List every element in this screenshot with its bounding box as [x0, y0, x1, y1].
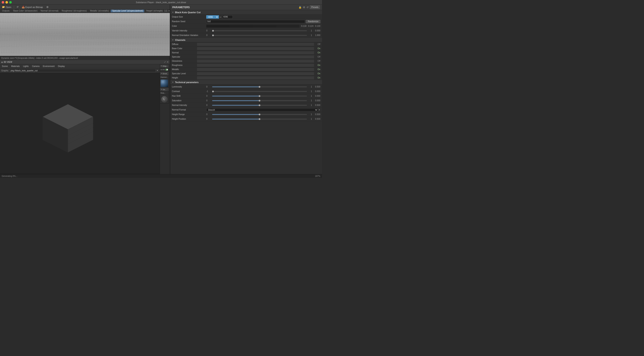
export-button[interactable]: 📤 Export as Bitmap — [21, 5, 44, 8]
graph-dropdown-icon[interactable]: ▼ — [156, 69, 158, 72]
varnish-label: Varnish Intensity — [172, 29, 206, 32]
menu-display[interactable]: Display — [57, 65, 66, 68]
channel-specularlevel-label: Specular Level — [172, 72, 197, 75]
channel-roughness: Roughness On — [170, 63, 322, 67]
status-text: Dynamic size>*0 [Grayscale-16bits] - ind… — [1, 57, 78, 59]
channel-glossiness-bar[interactable] — [197, 60, 314, 63]
height-range-slider[interactable] — [212, 114, 307, 115]
collapse-do-icon[interactable]: ▼ — [160, 89, 162, 90]
tab-roughness[interactable]: 'Roughness' (id:roughness) — [60, 9, 88, 12]
toggle-thumb — [166, 69, 168, 70]
view-2d-canvas[interactable] — [0, 13, 170, 56]
tab-specularlevel[interactable]: 'Specular Level' (id:specularlevel) — [111, 9, 144, 12]
tab-normal[interactable]: 'Normal' (id:normal) — [39, 9, 60, 12]
height-position-value-area: 0 1 0.500 — [206, 118, 320, 120]
tech-params-title: Technical parameters — [175, 81, 198, 83]
normal-intensity-slider[interactable] — [212, 105, 307, 106]
channel-metallic: Metallic On — [170, 67, 322, 72]
normal-intensity-val: 0 — [206, 104, 211, 106]
height-range-label: Height Range — [172, 113, 206, 116]
normal-orient-val1: 0 — [206, 34, 211, 36]
menu-materials[interactable]: Materials — [10, 65, 20, 68]
channel-metallic-status: On — [314, 68, 320, 71]
varnish-slider[interactable] — [212, 30, 307, 31]
refresh-icon[interactable]: ↺ — [306, 6, 308, 9]
color-swatch-1[interactable] — [206, 25, 230, 28]
refresh-toolbar-button[interactable]: ↺ — [16, 5, 19, 8]
is-visible-toggle[interactable] — [165, 69, 168, 71]
color-swatch-group[interactable] — [206, 25, 300, 28]
channel-specular-bar[interactable] — [197, 55, 314, 58]
normal-orient-slider1[interactable] — [212, 35, 307, 36]
settings-toolbar-button[interactable]: ⚙ — [46, 5, 50, 9]
panel-header-icons: 🔒 ⚙ ↺ Presets — [298, 5, 320, 9]
format-select-arrow-icon: ▼ — [318, 109, 320, 111]
tech-params-section-title: ▼ Technical parameters — [170, 80, 322, 85]
menu-lights[interactable]: Lights — [22, 65, 29, 68]
height-position-slider[interactable] — [212, 119, 307, 120]
menu-camera[interactable]: Camera — [32, 65, 40, 68]
tab-height[interactable]: 'Height' (id:height) — [145, 9, 164, 12]
collapse-display-icon[interactable]: ▼ — [160, 65, 162, 67]
menu-environment[interactable]: Environment — [42, 65, 55, 68]
export-icon: 📤 — [22, 6, 25, 8]
settings-icon[interactable]: ⚙ — [303, 6, 305, 9]
output-size-select[interactable]: 4096 2048 1024 512 256 — [206, 15, 219, 19]
normal-format-select[interactable]: DirectX OpenGL — [206, 108, 318, 112]
saturation-slider[interactable] — [212, 100, 307, 101]
channel-diffuse-status: Off — [314, 43, 320, 45]
view-3d-icon: ◼ — [1, 61, 3, 63]
open-button[interactable]: 📂 Open — [1, 5, 12, 8]
section-name-title: ▼ Black Koto Quarter Cut — [170, 10, 322, 15]
collapse-tech-icon[interactable]: ▼ — [172, 81, 174, 83]
output-size-linked-input[interactable] — [222, 15, 233, 19]
collapse-channels-icon[interactable]: ▼ — [172, 39, 174, 41]
rotation-dial[interactable] — [161, 96, 168, 102]
luminosity-val: 0 — [206, 86, 211, 88]
maximize-button[interactable] — [9, 1, 12, 3]
close-button[interactable] — [2, 1, 4, 3]
channel-diffuse-bar[interactable] — [197, 43, 314, 46]
zoom-right-value: 187% — [315, 175, 320, 177]
collapse-environ-icon2[interactable]: ▼ — [160, 73, 162, 74]
channel-normal-bar[interactable] — [197, 51, 314, 54]
close-3d-icon[interactable]: ✕ — [167, 61, 168, 63]
color-swatch-2[interactable] — [230, 25, 253, 28]
channel-metallic-bar[interactable] — [197, 68, 314, 71]
channel-roughness-bar[interactable] — [197, 64, 314, 67]
channel-height: Height On — [170, 76, 322, 80]
graph-input[interactable] — [10, 69, 156, 72]
channel-specularlevel-status: On — [314, 72, 320, 75]
minimize-button[interactable] — [6, 1, 8, 3]
color-swatch-3[interactable] — [253, 25, 276, 28]
cube-render — [36, 92, 99, 155]
zoom-dropdown-icon[interactable]: ▼ — [168, 10, 170, 12]
expand-3d-icon[interactable]: ⤢ — [164, 61, 166, 63]
hue-shift-val: 0 — [206, 95, 211, 97]
contrast-slider[interactable] — [212, 91, 307, 92]
main-toolbar: 📂 Open ↺ 📤 Export as Bitmap ⚙ — [0, 4, 170, 10]
collapse-section-icon[interactable]: ▼ — [172, 11, 174, 13]
luminosity-end: 0.500 — [313, 86, 320, 88]
tab-basecolor[interactable]: 'Base Color' (id:basecolor) — [12, 9, 39, 12]
view-3d-canvas[interactable] — [0, 73, 170, 174]
height-position-label: Height Position — [172, 118, 206, 120]
presets-button[interactable]: Presets — [310, 5, 320, 9]
tab-outputs-label: Outputs: — [1, 9, 11, 12]
hue-shift-slider[interactable] — [212, 96, 307, 96]
normal-intensity-row: Normal Intensity 0 1 0.500 — [170, 103, 322, 108]
saturation-val: 0 — [206, 99, 211, 102]
channel-basecolor-bar[interactable] — [197, 47, 314, 50]
lock-icon[interactable]: 🔒 — [298, 6, 302, 9]
contrast-label: Contrast — [172, 90, 206, 93]
randomize-button[interactable]: Randomize — [306, 20, 320, 23]
channel-height-bar[interactable] — [197, 76, 314, 79]
saturation-label: Saturation — [172, 99, 206, 102]
random-seed-input[interactable] — [206, 20, 305, 23]
menu-scene[interactable]: Scene — [1, 65, 8, 68]
luminosity-slider[interactable] — [212, 86, 307, 87]
tab-metallic[interactable]: 'Metallic' (id:metallic) — [88, 9, 110, 12]
color-swatch-4[interactable] — [276, 25, 300, 28]
env-thumbnail[interactable] — [160, 80, 168, 87]
channel-specularlevel-bar[interactable] — [197, 72, 314, 75]
